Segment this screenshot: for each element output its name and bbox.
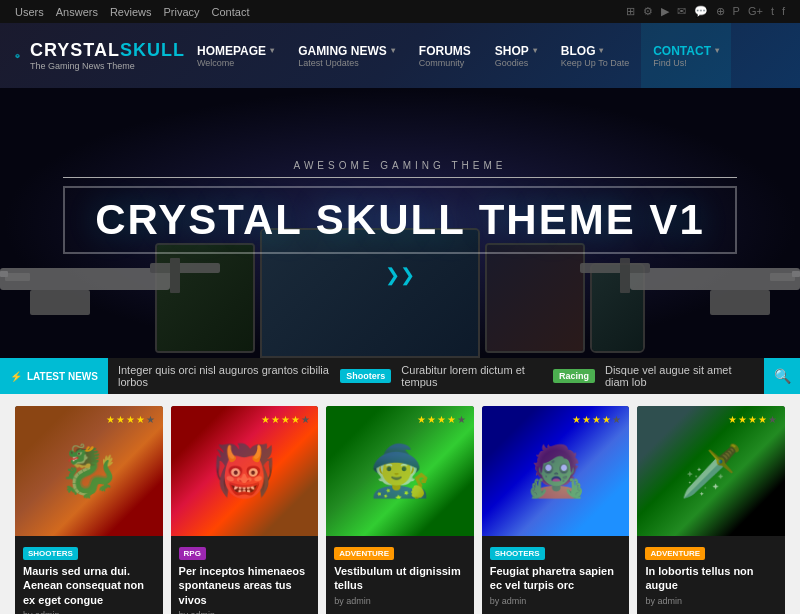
nav-homepage[interactable]: HOMEPAGE ▾ Welcome: [185, 23, 286, 88]
game-card-5[interactable]: 🗡️ ★ ★ ★ ★ ★ ADVENTURE In lobortis tellu…: [637, 406, 785, 614]
card-body-5: ADVENTURE In lobortis tellus non augue b…: [637, 536, 785, 614]
logo-text: CRYSTALSKULL The Gaming News Theme: [30, 40, 185, 71]
card-title-4: Feugiat pharetra sapien ec vel turpis or…: [490, 564, 622, 593]
chevron-down-icon: ▾: [391, 46, 395, 55]
svg-rect-14: [770, 273, 795, 281]
chevron-down-icon: ▾: [270, 46, 274, 55]
settings-icon[interactable]: ⚙: [643, 5, 653, 18]
ticker-text-2: Curabitur lorem dictum et tempus: [401, 364, 543, 388]
card-stars-5: ★ ★ ★ ★ ★: [728, 414, 777, 425]
facebook-icon[interactable]: f: [782, 5, 785, 18]
topbar-contact[interactable]: Contact: [212, 6, 250, 18]
card-tag-2: RPG: [179, 547, 206, 560]
chevron-down-icon: ▾: [715, 46, 719, 55]
hero-section: AWESOME GAMING THEME CRYSTAL SKULL THEME…: [0, 88, 800, 358]
rss-icon[interactable]: ⊞: [626, 5, 635, 18]
svg-rect-12: [710, 290, 770, 315]
header: CRYSTALSKULL The Gaming News Theme HOMEP…: [0, 23, 800, 88]
topbar-privacy[interactable]: Privacy: [164, 6, 200, 18]
video-icon[interactable]: ▶: [661, 5, 669, 18]
bookmark-icon[interactable]: ⊕: [716, 5, 725, 18]
topbar-answers[interactable]: Answers: [56, 6, 98, 18]
logo-skull: SKULL: [120, 40, 185, 60]
creature-1: 🐉: [15, 406, 163, 536]
google-icon[interactable]: G+: [748, 5, 763, 18]
chat-icon[interactable]: 💬: [694, 5, 708, 18]
card-tag-5: ADVENTURE: [645, 547, 705, 560]
hero-subtitle: AWESOME GAMING THEME: [63, 160, 737, 178]
logo-area: CRYSTALSKULL The Gaming News Theme: [15, 35, 185, 77]
creature-5: 🗡️: [637, 406, 785, 536]
ticker-badge-racing: Racing: [553, 369, 595, 383]
chevron-down-icon: ▾: [599, 46, 603, 55]
gun-right-decoration: [570, 238, 800, 328]
nav-blog[interactable]: BLOG ▾ Keep Up To Date: [549, 23, 641, 88]
ticker-badge-shooters: Shooters: [340, 369, 391, 383]
card-image-2: 👹 ★ ★ ★ ★ ★: [171, 406, 319, 536]
svg-rect-15: [792, 271, 800, 277]
ticker-text-3: Disque vel augue sit amet diam lob: [605, 364, 754, 388]
card-author-2: by admin: [179, 610, 311, 614]
card-title-3: Vestibulum ut dignissim tellus: [334, 564, 466, 593]
game-card-2[interactable]: 👹 ★ ★ ★ ★ ★ RPG Per inceptos himenaeos s…: [171, 406, 319, 614]
card-title-1: Mauris sed urna dui. Aenean consequat no…: [23, 564, 155, 607]
card-body-1: SHOOTERS Mauris sed urna dui. Aenean con…: [15, 536, 163, 614]
card-body-4: SHOOTERS Feugiat pharetra sapien ec vel …: [482, 536, 630, 614]
card-tag-1: SHOOTERS: [23, 547, 78, 560]
card-stars-2: ★ ★ ★ ★ ★: [261, 414, 310, 425]
top-bar-social-icons: ⊞ ⚙ ▶ ✉ 💬 ⊕ P G+ t f: [626, 5, 785, 18]
card-stars-4: ★ ★ ★ ★ ★: [572, 414, 621, 425]
card-body-3: ADVENTURE Vestibulum ut dignissim tellus…: [326, 536, 474, 614]
card-body-2: RPG Per inceptos himenaeos spontaneus ar…: [171, 536, 319, 614]
nav-contact[interactable]: CONTACT ▾ Find Us!: [641, 23, 731, 88]
card-author-1: by admin: [23, 610, 155, 614]
game-card-3[interactable]: 🧙 ★ ★ ★ ★ ★ ADVENTURE Vestibulum ut dign…: [326, 406, 474, 614]
search-icon: 🔍: [774, 368, 791, 384]
main-nav: HOMEPAGE ▾ Welcome GAMING NEWS ▾ Latest …: [185, 23, 785, 88]
card-tag-4: SHOOTERS: [490, 547, 545, 560]
card-author-4: by admin: [490, 596, 622, 606]
ticker-search-button[interactable]: 🔍: [764, 358, 800, 394]
creature-2: 👹: [171, 406, 319, 536]
card-image-5: 🗡️ ★ ★ ★ ★ ★: [637, 406, 785, 536]
svg-rect-5: [150, 263, 220, 273]
creature-4: 🧟: [482, 406, 630, 536]
logo-crystal: CRYSTAL: [30, 40, 120, 60]
card-title-2: Per inceptos himenaeos spontaneus areas …: [179, 564, 311, 607]
ticker-label: ⚡ LATEST NEWS: [0, 358, 108, 394]
card-image-4: 🧟 ★ ★ ★ ★ ★: [482, 406, 630, 536]
card-title-5: In lobortis tellus non augue: [645, 564, 777, 593]
logo-icon: [15, 35, 20, 77]
ticker-text-1: Integer quis orci nisl auguros grantos c…: [118, 364, 330, 388]
creature-3: 🧙: [326, 406, 474, 536]
svg-point-3: [18, 55, 19, 56]
twitter-icon[interactable]: t: [771, 5, 774, 18]
svg-rect-8: [5, 273, 30, 281]
card-stars-1: ★ ★ ★ ★ ★: [106, 414, 155, 425]
card-author-5: by admin: [645, 596, 777, 606]
svg-rect-11: [580, 263, 650, 273]
nav-shop[interactable]: SHOP ▾ Goodies: [483, 23, 549, 88]
svg-rect-7: [170, 258, 180, 293]
news-ticker: ⚡ LATEST NEWS Integer quis orci nisl aug…: [0, 358, 800, 394]
svg-rect-6: [30, 290, 90, 315]
mail-icon[interactable]: ✉: [677, 5, 686, 18]
pinterest-icon[interactable]: P: [733, 5, 740, 18]
card-image-1: 🐉 ★ ★ ★ ★ ★: [15, 406, 163, 536]
top-bar: Users Answers Reviews Privacy Contact ⊞ …: [0, 0, 800, 23]
card-tag-3: ADVENTURE: [334, 547, 394, 560]
game-card-1[interactable]: 🐉 ★ ★ ★ ★ ★ SHOOTERS Mauris sed urna dui…: [15, 406, 163, 614]
nav-forums[interactable]: FORUMS Community: [407, 23, 483, 88]
ticker-content: Integer quis orci nisl auguros grantos c…: [108, 364, 764, 388]
gun-left-decoration: [0, 238, 230, 328]
card-author-3: by admin: [334, 596, 466, 606]
game-cards-section: 🐉 ★ ★ ★ ★ ★ SHOOTERS Mauris sed urna dui…: [0, 394, 800, 614]
logo-sub: The Gaming News Theme: [30, 61, 185, 71]
logo-main: CRYSTALSKULL: [30, 40, 185, 61]
topbar-reviews[interactable]: Reviews: [110, 6, 152, 18]
card-image-3: 🧙 ★ ★ ★ ★ ★: [326, 406, 474, 536]
topbar-users[interactable]: Users: [15, 6, 44, 18]
svg-rect-9: [0, 271, 8, 277]
nav-gaming-news[interactable]: GAMING NEWS ▾ Latest Updates: [286, 23, 407, 88]
game-card-4[interactable]: 🧟 ★ ★ ★ ★ ★ SHOOTERS Feugiat pharetra sa…: [482, 406, 630, 614]
